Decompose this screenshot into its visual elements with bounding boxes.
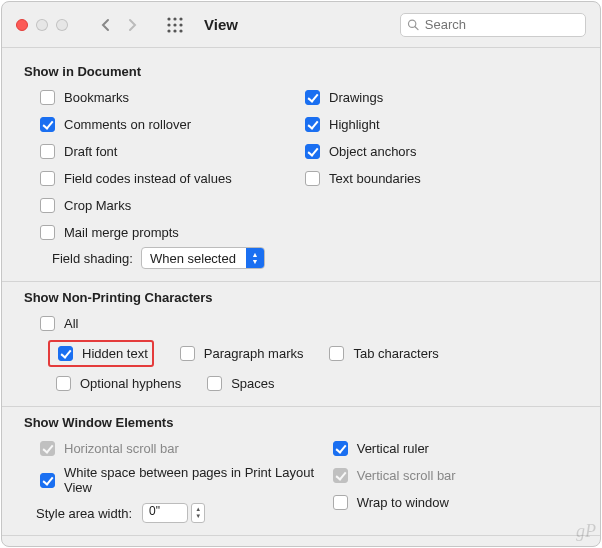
svg-point-7 <box>173 29 176 32</box>
section-show-in-document: Show in Document Bookmarks Comments on r… <box>2 56 600 282</box>
svg-point-4 <box>173 23 176 26</box>
search-field[interactable] <box>400 13 586 37</box>
checkbox-label: All <box>64 316 78 331</box>
preferences-window: View Show in Document Bookmarks Comments… <box>1 1 601 547</box>
checkbox-crop-marks[interactable] <box>40 198 55 213</box>
zoom-button[interactable] <box>56 19 68 31</box>
style-width-value[interactable]: 0" <box>142 503 188 523</box>
checkbox-label: Field codes instead of values <box>64 171 232 186</box>
section-title: Show Non-Printing Characters <box>24 290 578 305</box>
section-title: Ribbon <box>24 544 578 546</box>
checkbox-field-codes[interactable] <box>40 171 55 186</box>
checkbox-label: Vertical ruler <box>357 441 429 456</box>
checkbox-wrap-window[interactable] <box>333 495 348 510</box>
search-input[interactable] <box>423 16 579 33</box>
checkbox-label: Paragraph marks <box>204 346 304 361</box>
section-title: Show Window Elements <box>24 415 578 430</box>
field-shading-select[interactable]: When selected ▲▼ <box>141 247 265 269</box>
window-toolbar: View <box>2 2 600 48</box>
svg-point-2 <box>179 17 182 20</box>
checkbox-v-scroll <box>333 468 348 483</box>
checkbox-mail-merge[interactable] <box>40 225 55 240</box>
stepper-arrows-icon[interactable]: ▲▼ <box>191 503 205 523</box>
checkbox-text-boundaries[interactable] <box>305 171 320 186</box>
section-ribbon: Ribbon Show developer tab Show group tit… <box>2 536 600 546</box>
section-window-elements: Show Window Elements Horizontal scroll b… <box>2 407 600 536</box>
svg-point-0 <box>167 17 170 20</box>
checkbox-object-anchors[interactable] <box>305 144 320 159</box>
checkbox-vertical-ruler[interactable] <box>333 441 348 456</box>
checkbox-h-scroll <box>40 441 55 456</box>
svg-point-1 <box>173 17 176 20</box>
checkbox-label: Wrap to window <box>357 495 449 510</box>
search-icon <box>407 18 419 31</box>
style-width-label: Style area width: <box>36 506 132 521</box>
checkbox-draft-font[interactable] <box>40 144 55 159</box>
checkbox-tab-characters[interactable] <box>329 346 344 361</box>
checkbox-label: Draft font <box>64 144 117 159</box>
checkbox-optional-hyphens[interactable] <box>56 376 71 391</box>
chevron-left-icon <box>101 18 111 32</box>
checkbox-white-space[interactable] <box>40 473 55 488</box>
back-button[interactable] <box>96 15 116 35</box>
traffic-lights <box>16 19 68 31</box>
checkbox-label: Bookmarks <box>64 90 129 105</box>
checkbox-label: Tab characters <box>353 346 438 361</box>
svg-point-3 <box>167 23 170 26</box>
checkbox-label: Comments on rollover <box>64 117 191 132</box>
window-title: View <box>204 16 238 33</box>
grid-icon <box>167 17 183 33</box>
checkbox-label: Object anchors <box>329 144 416 159</box>
checkbox-label: Vertical scroll bar <box>357 468 456 483</box>
checkbox-label: Drawings <box>329 90 383 105</box>
style-width-stepper[interactable]: 0" ▲▼ <box>142 503 205 523</box>
select-arrows-icon: ▲▼ <box>246 248 264 268</box>
close-button[interactable] <box>16 19 28 31</box>
checkbox-spaces[interactable] <box>207 376 222 391</box>
highlight-hidden-text: Hidden text <box>48 340 154 367</box>
checkbox-label: Highlight <box>329 117 380 132</box>
checkbox-label: Mail merge prompts <box>64 225 179 240</box>
checkbox-drawings[interactable] <box>305 90 320 105</box>
checkbox-all[interactable] <box>40 316 55 331</box>
watermark: gP <box>576 521 596 542</box>
field-shading-label: Field shading: <box>52 251 133 266</box>
checkbox-label: Crop Marks <box>64 198 131 213</box>
svg-point-6 <box>167 29 170 32</box>
checkbox-label: Horizontal scroll bar <box>64 441 179 456</box>
nav-buttons <box>96 15 142 35</box>
svg-line-10 <box>415 27 418 30</box>
checkbox-bookmarks[interactable] <box>40 90 55 105</box>
checkbox-paragraph-marks[interactable] <box>180 346 195 361</box>
show-all-button[interactable] <box>166 16 184 34</box>
checkbox-label: Text boundaries <box>329 171 421 186</box>
chevron-right-icon <box>127 18 137 32</box>
section-title: Show in Document <box>24 64 578 79</box>
checkbox-label: Hidden text <box>82 346 148 361</box>
checkbox-label: White space between pages in Print Layou… <box>64 465 329 495</box>
checkbox-comments-rollover[interactable] <box>40 117 55 132</box>
minimize-button[interactable] <box>36 19 48 31</box>
checkbox-label: Optional hyphens <box>80 376 181 391</box>
svg-point-5 <box>179 23 182 26</box>
preferences-body: Show in Document Bookmarks Comments on r… <box>2 48 600 546</box>
section-nonprinting: Show Non-Printing Characters All Hidden … <box>2 282 600 407</box>
checkbox-label: Spaces <box>231 376 274 391</box>
forward-button[interactable] <box>122 15 142 35</box>
checkbox-highlight[interactable] <box>305 117 320 132</box>
select-value: When selected <box>150 251 236 266</box>
checkbox-hidden-text[interactable] <box>58 346 73 361</box>
svg-point-8 <box>179 29 182 32</box>
